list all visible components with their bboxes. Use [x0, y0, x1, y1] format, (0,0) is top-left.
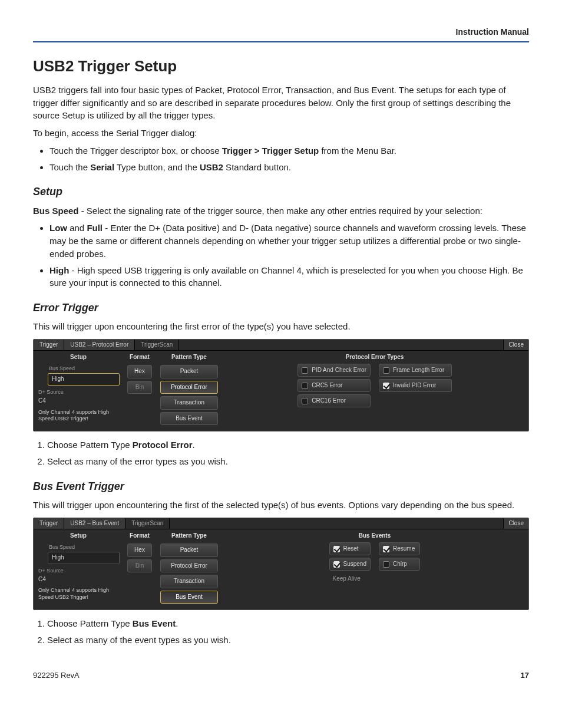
bus-event-trigger-steps: Choose Pattern Type Bus Event. Select as…	[47, 617, 529, 647]
setup-heading: Setup	[33, 184, 529, 199]
format-bin-button[interactable]: Bin	[127, 559, 152, 573]
text: Standard button.	[223, 162, 291, 172]
bold: Full	[87, 223, 103, 233]
bus-speed-field[interactable]: Bus Speed High	[37, 364, 120, 387]
pattern-bus-event-button[interactable]: Bus Event	[160, 591, 218, 604]
pattern-protocol-error-button[interactable]: Protocol Error	[160, 381, 218, 394]
list-item: Touch the Serial Type button, and the US…	[49, 161, 529, 174]
pattern-packet-button[interactable]: Packet	[160, 543, 218, 557]
bold: Serial	[90, 162, 114, 172]
option-label: Keep Alive	[333, 575, 361, 584]
tab-triggerscan[interactable]: TriggerScan	[135, 340, 179, 350]
option-chirp[interactable]: Chirp	[379, 558, 420, 571]
setup-note: Only Channel 4 supports High Speed USB2 …	[38, 409, 120, 423]
protocol-error-panel: Trigger USB2 – Protocol Error TriggerSca…	[33, 339, 529, 432]
setup-bullet-list: Low and Full - Enter the D+ (Data positi…	[49, 222, 529, 289]
column-header-format: Format	[130, 353, 150, 362]
setup-column: Setup Bus Speed High D+ Source C4 Only C…	[37, 532, 120, 605]
format-column: Format Hex Bin	[125, 532, 154, 605]
protocol-error-types-column: Protocol Error Types PID And Check Error…	[224, 353, 525, 427]
option-label: CRC5 Error	[312, 381, 342, 390]
d-plus-source-label: D+ Source	[38, 388, 120, 396]
bus-event-trigger-lead: This will trigger upon encountering the …	[33, 499, 529, 512]
column-header-error-types: Protocol Error Types	[224, 353, 525, 362]
tab-trigger[interactable]: Trigger	[34, 518, 64, 529]
checkbox-icon	[302, 383, 308, 389]
format-hex-button[interactable]: Hex	[127, 365, 152, 378]
checkbox-icon	[302, 398, 308, 404]
format-column: Format Hex Bin	[125, 353, 154, 427]
option-label: Suspend	[343, 560, 366, 569]
format-hex-button[interactable]: Hex	[127, 543, 152, 557]
setup-column: Setup Bus Speed High D+ Source C4 Only C…	[37, 353, 120, 427]
text: Choose Pattern Type	[47, 440, 133, 450]
tab-triggerscan[interactable]: TriggerScan	[125, 518, 170, 529]
option-invalid-pid-error[interactable]: Invalid PID Error	[379, 379, 452, 392]
option-frame-length-error[interactable]: Frame Length Error	[379, 364, 452, 377]
text: - High speed USB triggering is only avai…	[49, 265, 523, 288]
text: from the Menu Bar.	[319, 146, 396, 156]
text: Choose Pattern Type	[47, 618, 133, 628]
list-item: Touch the Trigger descriptor box, or cho…	[49, 144, 529, 157]
option-resume[interactable]: Resume	[379, 542, 420, 555]
option-label: Chirp	[393, 560, 407, 569]
bus-speed-field[interactable]: Bus Speed High	[37, 542, 120, 566]
page-footer: 922295 RevA 17	[33, 670, 529, 681]
tab-usb2-bus-event[interactable]: USB2 – Bus Event	[64, 518, 125, 529]
list-item: Low and Full - Enter the D+ (Data positi…	[49, 222, 529, 260]
bus-speed-input[interactable]: High	[48, 373, 120, 386]
checkbox-icon	[333, 546, 340, 552]
column-header-setup: Setup	[37, 532, 120, 541]
d-plus-source-label: D+ Source	[38, 567, 120, 575]
bold: High	[49, 265, 69, 275]
tab-spacer	[170, 518, 503, 529]
doc-id: 922295 RevA	[33, 670, 80, 681]
option-suspend[interactable]: Suspend	[329, 558, 371, 571]
column-header-pattern: Pattern Type	[171, 532, 207, 541]
checkbox-icon	[383, 546, 389, 552]
error-trigger-heading: Error Trigger	[33, 300, 529, 315]
checkbox-icon	[383, 383, 389, 389]
pattern-protocol-error-button[interactable]: Protocol Error	[160, 559, 218, 573]
bold: USB2	[200, 162, 223, 172]
tab-usb2-protocol-error[interactable]: USB2 – Protocol Error	[64, 340, 135, 350]
bus-speed-input[interactable]: High	[48, 552, 120, 564]
tab-trigger[interactable]: Trigger	[34, 340, 64, 350]
begin-bullet-list: Touch the Trigger descriptor box, or cho…	[49, 144, 529, 174]
column-header-format: Format	[130, 532, 150, 541]
format-bin-button[interactable]: Bin	[127, 381, 152, 394]
option-reset[interactable]: Reset	[329, 542, 371, 555]
option-label: PID And Check Error	[312, 366, 366, 375]
page-number: 17	[521, 670, 529, 681]
pattern-type-column: Pattern Type Packet Protocol Error Trans…	[160, 532, 219, 605]
pattern-transaction-button[interactable]: Transaction	[160, 396, 218, 410]
bus-event-trigger-heading: Bus Event Trigger	[33, 479, 529, 494]
bus-speed-label: Bus Speed	[49, 543, 120, 551]
text: and	[67, 223, 87, 233]
option-label: Frame Length Error	[393, 366, 444, 375]
option-crc5-error[interactable]: CRC5 Error	[297, 379, 371, 392]
option-label: Resume	[393, 545, 415, 554]
bold: Trigger > Trigger Setup	[222, 146, 319, 156]
pattern-packet-button[interactable]: Packet	[160, 365, 218, 378]
text: Touch the Trigger descriptor box, or cho…	[49, 146, 222, 156]
step-item: Select as many of the error types as you…	[47, 455, 529, 468]
pattern-type-column: Pattern Type Packet Protocol Error Trans…	[160, 353, 219, 427]
bold: Protocol Error	[133, 440, 193, 450]
column-header-setup: Setup	[37, 353, 120, 362]
pattern-transaction-button[interactable]: Transaction	[160, 575, 218, 588]
text: .	[176, 618, 178, 628]
close-button[interactable]: Close	[503, 340, 528, 350]
d-plus-source-value: C4	[38, 397, 120, 406]
close-button[interactable]: Close	[503, 518, 528, 529]
tab-bar: Trigger USB2 – Protocol Error TriggerSca…	[34, 340, 528, 351]
option-label: CRC16 Error	[312, 397, 346, 406]
option-label: Invalid PID Error	[393, 381, 436, 390]
tab-bar: Trigger USB2 – Bus Event TriggerScan Clo…	[34, 518, 528, 529]
error-trigger-steps: Choose Pattern Type Protocol Error. Sele…	[47, 439, 529, 468]
step-item: Select as many of the event types as you…	[47, 634, 529, 647]
pattern-bus-event-button[interactable]: Bus Event	[160, 412, 218, 426]
option-pid-and-check-error[interactable]: PID And Check Error	[297, 364, 371, 377]
step-item: Choose Pattern Type Bus Event.	[47, 617, 529, 630]
option-crc16-error[interactable]: CRC16 Error	[297, 394, 371, 407]
